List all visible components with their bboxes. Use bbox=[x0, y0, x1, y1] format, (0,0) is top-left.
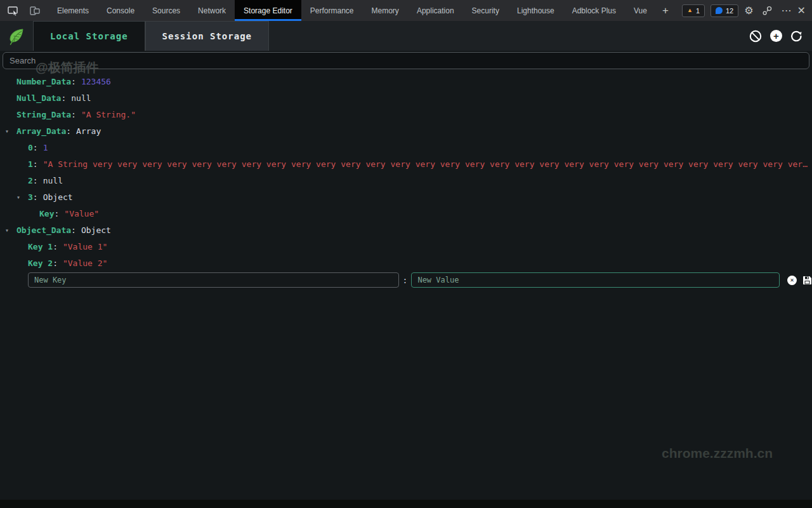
new-entry-editor: : ✕ bbox=[0, 272, 812, 288]
extension-leaf-icon bbox=[0, 21, 33, 51]
site-watermark: chrome.zzzmh.cn bbox=[662, 446, 773, 461]
tree-row-null-data[interactable]: Null_Data:null bbox=[0, 90, 812, 106]
bottom-strip bbox=[0, 500, 812, 508]
tree-value: Object bbox=[43, 192, 73, 202]
search-input[interactable] bbox=[3, 52, 809, 69]
tree-value: null bbox=[71, 93, 91, 103]
tree-value: 123456 bbox=[81, 77, 111, 86]
tree-row-number-data[interactable]: Number_Data:123456 bbox=[0, 73, 812, 90]
message-badge[interactable]: 12 bbox=[710, 4, 738, 17]
add-entry-icon[interactable]: + bbox=[770, 30, 782, 42]
search-bar bbox=[0, 51, 812, 72]
devtools-tabs: Elements Console Sources Network Storage… bbox=[48, 0, 675, 21]
tree-key: Key 2 bbox=[28, 258, 53, 268]
tree-row-object-key[interactable]: Key:"Value" bbox=[0, 205, 812, 222]
tree-row-array-item-1[interactable]: 1:"A String very very very very very ver… bbox=[0, 156, 812, 172]
tree-colon: : bbox=[33, 176, 38, 185]
tree-key: 0 bbox=[28, 143, 33, 152]
more-tabs-icon[interactable]: + bbox=[656, 0, 675, 21]
message-bubble-icon bbox=[716, 7, 723, 14]
tab-security[interactable]: Security bbox=[463, 0, 508, 21]
collapse-arrow-icon[interactable]: ▾ bbox=[5, 128, 16, 135]
tree-value: "Value 2" bbox=[63, 258, 107, 268]
tree-colon: : bbox=[53, 242, 58, 251]
tree-row-object-data[interactable]: ▾Object_Data:Object bbox=[0, 222, 812, 238]
tab-vue[interactable]: Vue bbox=[625, 0, 656, 21]
tab-application[interactable]: Application bbox=[408, 0, 463, 21]
tree-key: 3 bbox=[28, 192, 33, 202]
feedback-icon[interactable] bbox=[759, 3, 776, 18]
more-menu-icon[interactable]: ⋯ bbox=[782, 6, 792, 16]
tree-colon: : bbox=[71, 77, 76, 86]
tree-colon: : bbox=[33, 143, 38, 152]
tree-value: null bbox=[43, 176, 63, 185]
tree-key: Number_Data bbox=[16, 77, 71, 86]
tree-colon: : bbox=[66, 126, 71, 136]
tab-sources[interactable]: Sources bbox=[143, 0, 189, 21]
tree-row-array-item-0[interactable]: 0:1 bbox=[0, 139, 812, 156]
tree-colon: : bbox=[33, 192, 38, 202]
storage-type-tabs: Local Storage Session Storage bbox=[33, 21, 269, 51]
tree-row-key-1[interactable]: Key 1:"Value 1" bbox=[0, 238, 812, 255]
tree-key: String_Data bbox=[16, 110, 71, 119]
devtools-tab-bar: Elements Console Sources Network Storage… bbox=[0, 0, 812, 21]
device-toolbar-icon[interactable] bbox=[27, 3, 43, 18]
collapse-arrow-icon[interactable]: ▾ bbox=[16, 194, 28, 201]
tree-value: Object bbox=[81, 225, 111, 235]
tree-key: Key bbox=[39, 209, 54, 218]
tree-key: Null_Data bbox=[16, 93, 61, 103]
tab-network[interactable]: Network bbox=[189, 0, 235, 21]
new-value-input[interactable] bbox=[411, 272, 780, 288]
tree-key: 2 bbox=[28, 176, 33, 185]
tree-row-array-data[interactable]: ▾Array_Data:Array bbox=[0, 123, 812, 139]
tab-lighthouse[interactable]: Lighthouse bbox=[508, 0, 563, 21]
storage-editor-header: Local Storage Session Storage @极简插件 + bbox=[0, 21, 812, 51]
tree-colon: : bbox=[53, 258, 58, 268]
tree-value: "Value" bbox=[64, 209, 99, 218]
tab-console[interactable]: Console bbox=[98, 0, 143, 21]
warning-count: 1 bbox=[696, 7, 700, 15]
tree-row-key-2[interactable]: Key 2:"Value 2" bbox=[0, 255, 812, 271]
tab-session-storage[interactable]: Session Storage bbox=[145, 21, 269, 51]
storage-tree: Number_Data:123456 Null_Data:null String… bbox=[0, 72, 812, 288]
cancel-entry-icon[interactable]: ✕ bbox=[787, 276, 797, 285]
tab-memory[interactable]: Memory bbox=[363, 0, 408, 21]
tree-value: 1 bbox=[43, 143, 48, 152]
tab-local-storage[interactable]: Local Storage bbox=[33, 21, 145, 51]
new-key-input[interactable] bbox=[28, 272, 399, 288]
tree-key: Key 1 bbox=[28, 242, 53, 251]
tree-row-string-data[interactable]: String_Data:"A String." bbox=[0, 106, 812, 123]
tab-adblock-plus[interactable]: Adblock Plus bbox=[563, 0, 625, 21]
tree-key: 1 bbox=[28, 159, 33, 169]
tree-row-array-item-3[interactable]: ▾3:Object bbox=[0, 189, 812, 205]
inspect-element-icon[interactable] bbox=[5, 3, 22, 18]
close-devtools-icon[interactable]: ✕ bbox=[797, 6, 806, 16]
tree-key: Object_Data bbox=[16, 225, 71, 235]
tab-performance[interactable]: Performance bbox=[301, 0, 363, 21]
tree-row-array-item-2[interactable]: 2:null bbox=[0, 172, 812, 189]
tree-colon: : bbox=[71, 110, 76, 119]
collapse-arrow-icon[interactable]: ▾ bbox=[5, 227, 16, 234]
tree-colon: : bbox=[61, 93, 66, 103]
refresh-icon[interactable] bbox=[790, 29, 803, 43]
editor-colon: : bbox=[403, 276, 408, 285]
tab-elements[interactable]: Elements bbox=[48, 0, 98, 21]
warning-icon: ▲ bbox=[687, 8, 693, 13]
tree-value: "A String very very very very very very … bbox=[43, 159, 812, 169]
warning-badge[interactable]: ▲ 1 bbox=[682, 4, 705, 17]
tree-colon: : bbox=[71, 225, 76, 235]
tree-value: Array bbox=[76, 126, 101, 136]
settings-gear-icon[interactable]: ⚙ bbox=[744, 6, 753, 16]
message-count: 12 bbox=[726, 7, 733, 15]
tree-value: "Value 1" bbox=[63, 242, 107, 251]
tree-colon: : bbox=[54, 209, 59, 218]
tree-value: "A String." bbox=[81, 110, 136, 119]
tab-storage-editor[interactable]: Storage Editor bbox=[235, 0, 301, 21]
save-entry-icon[interactable] bbox=[802, 276, 812, 285]
tree-colon: : bbox=[33, 159, 38, 169]
clear-all-icon[interactable] bbox=[749, 29, 763, 43]
tree-key: Array_Data bbox=[16, 126, 66, 136]
